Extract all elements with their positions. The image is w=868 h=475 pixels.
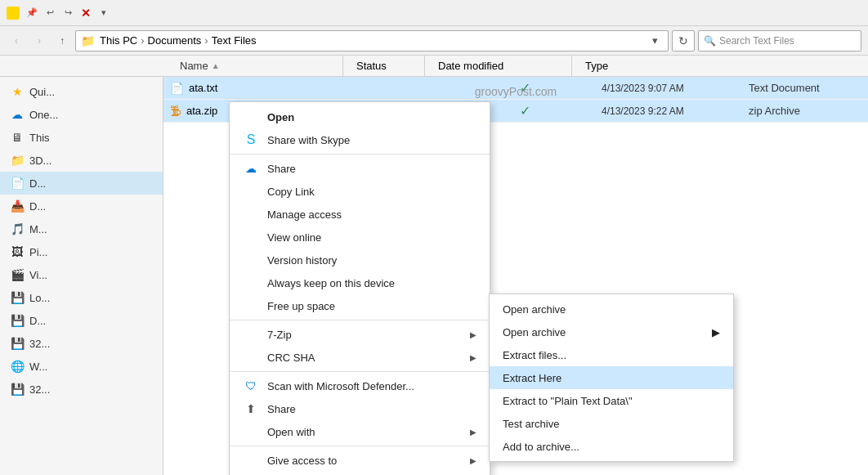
pictures-icon: 🖼 [10, 245, 25, 258]
ctx-scan-defender[interactable]: 🛡 Scan with Microsoft Defender... [230, 374, 490, 397]
sidebar-item-32-1[interactable]: 💾 32... [0, 332, 163, 355]
submenu-label-7: Add to archive... [503, 441, 579, 453]
sidebar-item-label: M... [29, 223, 47, 235]
ctx-separator-3 [230, 371, 490, 372]
sidebar-item-documents[interactable]: 📄 D... [0, 172, 163, 195]
ctx-manage-access[interactable]: Manage access [230, 203, 490, 226]
submenu-label-5: Extract to "Plain Text Data\" [503, 395, 633, 407]
folder-3d-icon: 📁 [10, 154, 25, 167]
onedrive-icon-ctx: ☁ [243, 162, 259, 175]
up-button[interactable]: ↑ [52, 31, 72, 51]
sidebar-item-quick[interactable]: ★ Qui... [0, 80, 163, 103]
sidebar-item-local[interactable]: 💾 Lo... [0, 286, 163, 309]
sidebar-item-thispc[interactable]: 🖥 This [0, 126, 163, 149]
pin-button[interactable]: 📌 [24, 5, 40, 21]
search-icon: 🔍 [704, 35, 716, 47]
folder-small-icon: 📁 [81, 34, 95, 47]
undo-button[interactable]: ↩ [42, 5, 58, 21]
sidebar-item-onedrive[interactable]: ☁ One... [0, 103, 163, 126]
ctx-keep-label: Always keep on this device [267, 277, 477, 289]
ctx-open-with[interactable]: Open with ▶ [230, 420, 490, 443]
ctx-always-keep[interactable]: Always keep on this device [230, 271, 490, 294]
sidebar-item-label: 32... [29, 338, 50, 350]
ctx-share-2[interactable]: ⬆ Share [230, 397, 490, 420]
sidebar-item-label: Qui... [29, 86, 55, 98]
submenu-open-archive-1[interactable]: Open archive [490, 298, 733, 320]
submenu-extract-files[interactable]: Extract files... [490, 343, 733, 366]
ctx-7zip[interactable]: 7-Zip ▶ [230, 323, 490, 346]
ctx-copy-link[interactable]: Copy Link [230, 180, 490, 203]
music-icon: 🎵 [10, 222, 25, 235]
submenu-label-3: Extract files... [503, 349, 566, 361]
sidebar-item-downloads[interactable]: 📥 D... [0, 195, 163, 217]
ctx-version-history[interactable]: Version history [230, 249, 490, 271]
address-bar: ‹ › ↑ 📁 This PC › Documents › Text Files… [0, 26, 868, 56]
col-header-type[interactable]: Type [572, 56, 868, 76]
context-menu: Open S Share with Skype ☁ Share Copy Lin… [229, 101, 490, 475]
sidebar-item-videos[interactable]: 🎬 Vi... [0, 263, 163, 286]
sidebar-item-3d[interactable]: 📁 3D... [0, 149, 163, 172]
path-segment-thispc[interactable]: This PC [98, 34, 139, 47]
back-button[interactable]: ‹ [7, 31, 26, 51]
ctx-7zip-label: 7-Zip [267, 329, 462, 341]
main-layout: ★ Qui... ☁ One... 🖥 This 📁 3D... 📄 D... … [0, 77, 868, 475]
address-dropdown[interactable]: ▾ [647, 31, 663, 51]
sidebar-item-32-2[interactable]: 💾 32... [0, 378, 163, 401]
col-header-status[interactable]: Status [343, 56, 425, 76]
ctx-give-access[interactable]: Give access to ▶ [230, 449, 490, 472]
refresh-button[interactable]: ↻ [672, 30, 695, 52]
skype-icon: S [243, 132, 259, 147]
submenu-label-6: Test archive [503, 418, 559, 430]
drive-icon-2: 💾 [10, 314, 25, 327]
drive-icon-4: 💾 [10, 383, 25, 396]
forward-button[interactable]: › [29, 31, 49, 51]
submenu-add-archive[interactable]: Add to archive... [490, 435, 733, 458]
sidebar-item-w[interactable]: 🌐 W... [0, 355, 163, 378]
submenu-extract-here[interactable]: Extract Here [490, 366, 733, 389]
ctx-share-cloud[interactable]: ☁ Share [230, 157, 490, 180]
download-icon: 📥 [10, 199, 25, 213]
cloud-icon: ☁ [10, 108, 25, 121]
txt-icon: 📄 [170, 82, 184, 95]
ctx-view-label: View online [267, 231, 477, 244]
ctx-separator-1 [230, 154, 490, 155]
ctx-defender-label: Scan with Microsoft Defender... [267, 380, 477, 392]
search-box[interactable]: 🔍 Search Text Files [698, 30, 861, 52]
address-box[interactable]: 📁 This PC › Documents › Text Files ▾ [75, 30, 669, 52]
submenu-7zip: Open archive Open archive ▶ Extract file… [489, 294, 734, 462]
search-placeholder: Search Text Files [719, 35, 794, 47]
table-row[interactable]: 📄 ata.txt ✓ 4/13/2023 9:07 AM Text Docum… [163, 77, 868, 100]
submenu-open-archive-2[interactable]: Open archive ▶ [490, 320, 733, 343]
redo-button[interactable]: ↪ [60, 5, 76, 21]
col-header-date[interactable]: Date modified [425, 56, 572, 76]
submenu-test-archive[interactable]: Test archive [490, 412, 733, 435]
ctx-free-space[interactable]: Free up space [230, 294, 490, 317]
close-button[interactable]: ✕ [78, 5, 94, 21]
submenu-label-4: Extract Here [503, 372, 562, 384]
file-name-cell: 📄 ata.txt [163, 82, 507, 95]
col-header-name[interactable]: Name ▲ [0, 56, 343, 76]
docs-icon: 📄 [10, 177, 25, 190]
zip-icon: 🗜 [170, 105, 181, 118]
ctx-share2-label: Share [267, 403, 477, 415]
ctx-crc-sha[interactable]: CRC SHA ▶ [230, 346, 490, 369]
submenu-extract-to[interactable]: Extract to "Plain Text Data\" [490, 389, 733, 412]
drive-icon-3: 💾 [10, 337, 25, 350]
more-button[interactable]: ▾ [96, 5, 112, 21]
ctx-open[interactable]: Open [230, 105, 490, 128]
sidebar-item-d[interactable]: 💾 D... [0, 309, 163, 332]
star-icon: ★ [10, 85, 25, 98]
path-segment-documents[interactable]: Documents [146, 34, 204, 47]
path-segment-textfiles[interactable]: Text Files [210, 34, 258, 47]
ctx-view-online[interactable]: View online [230, 226, 490, 249]
file-status-cell: ✓ [507, 80, 588, 96]
sidebar-item-music[interactable]: 🎵 M... [0, 217, 163, 240]
sidebar-item-label: Pi... [29, 246, 47, 258]
ctx-share-skype[interactable]: S Share with Skype [230, 128, 490, 151]
sidebar-item-label: D... [29, 200, 46, 213]
sidebar-item-pictures[interactable]: 🖼 Pi... [0, 240, 163, 263]
defender-icon: 🛡 [243, 379, 259, 392]
sidebar-item-label: This [29, 132, 50, 144]
drive-icon-1: 💾 [10, 291, 25, 304]
ctx-history-label: Version history [267, 254, 477, 267]
